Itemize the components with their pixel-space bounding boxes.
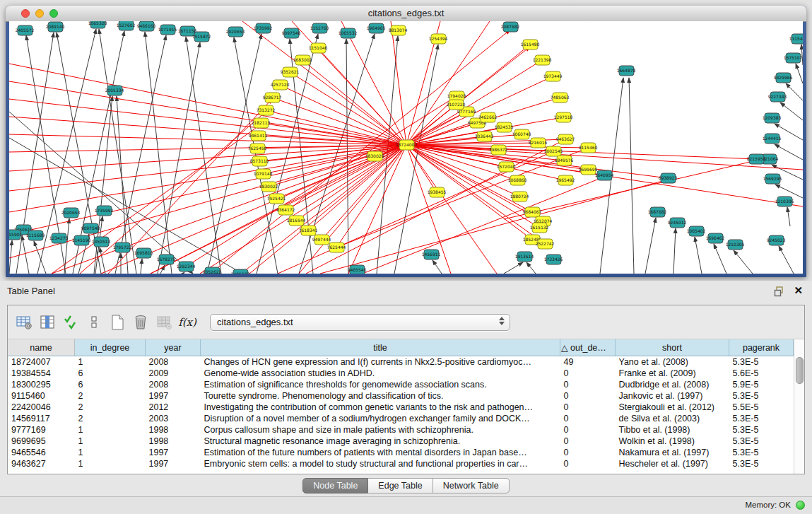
table-cell[interactable]: Dudbridge et al. (2008) xyxy=(616,379,729,390)
graph-node[interactable]: 1965492 xyxy=(556,175,575,185)
table-cell[interactable]: 49 xyxy=(560,356,616,368)
delete-column-icon[interactable] xyxy=(130,312,151,333)
table-cell[interactable]: 1 xyxy=(75,424,146,436)
graph-node[interactable]: 1065532 xyxy=(339,28,358,38)
table-cell[interactable]: 18724007 xyxy=(8,356,75,368)
graph-node[interactable]: 8216016 xyxy=(529,138,548,148)
graph-edge[interactable] xyxy=(734,250,753,274)
table-cell[interactable]: Disruption of a novel member of a sodium… xyxy=(201,413,560,424)
table-cell[interactable]: 19384554 xyxy=(8,368,75,379)
graph-edge[interactable] xyxy=(64,218,69,274)
graph-node[interactable]: 7515872 xyxy=(192,32,211,42)
graph-node[interactable]: 7485063 xyxy=(551,93,570,103)
graph-edge[interactable] xyxy=(779,246,794,274)
column-header-0[interactable]: name xyxy=(8,339,75,356)
graph-node[interactable]: 1569295 xyxy=(763,174,782,184)
graph-edge[interactable] xyxy=(346,39,348,274)
graph-node[interactable]: 9463627 xyxy=(556,134,575,144)
graph-node[interactable]: 9245023 xyxy=(767,235,786,245)
graph-edge[interactable] xyxy=(308,145,406,230)
table-cell[interactable]: Estimation of significance thresholds fo… xyxy=(201,379,560,390)
graph-node[interactable]: 7313272 xyxy=(257,105,276,115)
graph-edge[interactable] xyxy=(145,32,172,274)
graph-edge[interactable] xyxy=(504,262,523,274)
graph-node[interactable]: 1527602 xyxy=(117,21,136,30)
graph-node[interactable]: 1244415 xyxy=(763,134,782,144)
table-cell[interactable]: 0 xyxy=(560,390,616,402)
column-header-6[interactable]: pagerank xyxy=(729,339,794,356)
graph-node[interactable]: 1938455 xyxy=(428,187,447,197)
graph-node[interactable]: 1964965 xyxy=(367,23,386,33)
graph-edge[interactable] xyxy=(52,124,261,274)
graph-node[interactable]: 1824535 xyxy=(495,122,514,132)
table-cell[interactable]: Yano et al. (2008) xyxy=(616,356,729,368)
graph-edge[interactable] xyxy=(406,145,497,274)
table-cell[interactable]: 1 xyxy=(75,436,146,447)
table-cell[interactable]: 9777169 xyxy=(8,424,75,436)
graph-edge[interactable] xyxy=(9,240,12,274)
graph-node[interactable]: 1152760 xyxy=(310,23,329,33)
table-cell[interactable]: Franke et al. (2009) xyxy=(616,368,729,379)
table-cell[interactable]: 1998 xyxy=(146,436,201,447)
graph-edge[interactable] xyxy=(318,48,406,145)
graph-node[interactable]: 1880724 xyxy=(510,192,529,201)
table-cell[interactable]: Changes of HCN gene expression and I(f) … xyxy=(201,356,560,368)
table-cell[interactable]: 5.5E-5 xyxy=(729,402,794,413)
tab-edge-table[interactable]: Edge Table xyxy=(368,478,433,493)
graph-node[interactable]: 1221398 xyxy=(533,55,552,65)
graph-edge[interactable] xyxy=(673,228,676,274)
table-cell[interactable]: 5.6E-5 xyxy=(729,368,794,379)
table-cell[interactable]: 2003 xyxy=(146,413,201,424)
graph-node[interactable]: 9465546 xyxy=(348,265,367,274)
graph-node[interactable]: 1350513 xyxy=(92,237,111,247)
graph-node[interactable]: 1664878 xyxy=(617,66,636,76)
table-cell[interactable]: Investigating the contribution of common… xyxy=(201,402,560,413)
delete-table-icon[interactable] xyxy=(153,312,175,333)
table-row[interactable]: 1456911722003Disruption of a novel membe… xyxy=(8,413,794,424)
table-selector-dropdown[interactable]: citations_edges.txt xyxy=(210,314,510,331)
table-cell[interactable]: Tourette syndrome. Phenomenology and cla… xyxy=(201,390,560,402)
graph-node[interactable]: 7625450 xyxy=(248,144,267,153)
table-cell[interactable]: 1 xyxy=(75,356,146,368)
table-cell[interactable]: Wolkin et al. (1998) xyxy=(616,436,729,447)
table-cell[interactable]: 2009 xyxy=(146,368,201,379)
table-cell[interactable]: Embryonic stem cells: a model to study s… xyxy=(201,458,560,469)
row-height-icon[interactable] xyxy=(83,312,105,333)
graph-node[interactable]: 1683002 xyxy=(293,55,312,65)
graph-node[interactable]: 1733426 xyxy=(544,255,563,264)
graph-node[interactable]: 2107220 xyxy=(447,100,466,110)
graph-node[interactable]: 1115689 xyxy=(26,230,45,240)
graph-node[interactable]: 9097548 xyxy=(282,28,301,38)
graph-node[interactable]: 8573110 xyxy=(250,156,269,166)
graph-node[interactable]: 1254394 xyxy=(429,34,448,44)
table-cell[interactable]: 1997 xyxy=(146,390,201,402)
table-cell[interactable]: 1998 xyxy=(146,424,201,436)
graph-node[interactable]: 1002545 xyxy=(544,146,563,156)
table-cell[interactable]: 5.3E-5 xyxy=(729,436,794,447)
graph-node[interactable]: 1849576 xyxy=(555,156,574,165)
graph-node[interactable]: 7986372 xyxy=(489,145,508,155)
column-header-4[interactable]: △ out_de… xyxy=(560,339,616,356)
table-cell[interactable]: 14569117 xyxy=(8,413,75,424)
graph-node[interactable]: 1060748 xyxy=(512,129,531,139)
table-mode-icon[interactable] xyxy=(13,312,35,333)
graph-node[interactable]: 2182113 xyxy=(252,118,271,128)
graph-edge[interactable] xyxy=(787,207,790,226)
graph-edge[interactable] xyxy=(280,85,406,145)
graph-node[interactable]: 1210305 xyxy=(726,240,745,250)
table-cell[interactable]: 18300295 xyxy=(8,379,75,390)
graph-node[interactable]: 1830029 xyxy=(365,151,384,161)
table-cell[interactable]: 0 xyxy=(560,402,616,413)
table-cell[interactable]: 0 xyxy=(560,458,616,469)
graph-edge[interactable] xyxy=(22,235,29,274)
graph-node[interactable]: 9115460 xyxy=(579,143,598,153)
graph-node[interactable]: 1687682 xyxy=(648,207,667,217)
table-cell[interactable]: 5.3E-5 xyxy=(729,424,794,436)
table-cell[interactable]: Tibbo et al. (1998) xyxy=(616,424,729,436)
table-cell[interactable]: Estimation of the future numbers of pati… xyxy=(201,447,560,458)
table-row[interactable]: 946554611997Estimation of the future num… xyxy=(8,447,794,458)
table-cell[interactable]: 0 xyxy=(560,436,616,447)
table-cell[interactable]: Hescheler et al. (1997) xyxy=(616,458,729,469)
graph-node[interactable]: 7525421 xyxy=(267,194,286,204)
table-cell[interactable]: 5.3E-5 xyxy=(729,458,794,469)
